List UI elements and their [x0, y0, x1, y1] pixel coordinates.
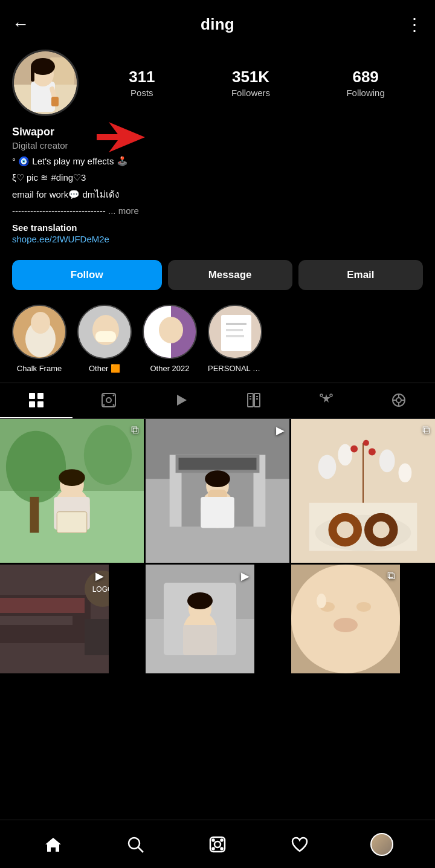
- tab-collab[interactable]: [290, 383, 362, 418]
- search-button[interactable]: [117, 826, 153, 863]
- svg-rect-15: [95, 331, 116, 342]
- reels-button[interactable]: [199, 826, 236, 863]
- svg-point-104: [334, 618, 358, 632]
- grid-item[interactable]: ⧉: [291, 565, 400, 673]
- svg-rect-35: [248, 394, 253, 407]
- grid-indicator: ▶: [276, 424, 285, 437]
- followers-count: 351K: [232, 68, 269, 86]
- bio-line-1: ° 🧿 Let's play my effects 🕹️: [12, 154, 423, 168]
- avatar-wrapper[interactable]: [12, 50, 79, 116]
- svg-text:LOGO: LOGO: [92, 585, 109, 594]
- svg-rect-69: [201, 497, 234, 528]
- svg-point-81: [399, 463, 412, 482]
- profile-section: 311 Posts 351K Followers 689 Following: [0, 44, 435, 116]
- grid-item[interactable]: ▶: [146, 565, 254, 673]
- grid-item[interactable]: LOGO ▶: [0, 565, 109, 673]
- bio-line-4: ------------------------------- ... more: [12, 204, 423, 218]
- svg-rect-8: [51, 97, 59, 106]
- profile-link[interactable]: shope.ee/2fWUFDeM2e: [12, 234, 423, 244]
- svg-rect-88: [0, 598, 85, 613]
- svg-point-79: [338, 444, 352, 466]
- tab-reels-preview[interactable]: [72, 383, 145, 418]
- home-button[interactable]: [35, 826, 71, 863]
- svg-point-78: [318, 455, 337, 479]
- posts-stat[interactable]: 311 Posts: [129, 68, 155, 98]
- tab-reels[interactable]: [145, 383, 218, 418]
- more-link[interactable]: ... more: [108, 206, 139, 216]
- svg-rect-65: [179, 458, 257, 470]
- svg-point-109: [214, 841, 221, 847]
- svg-rect-92: [85, 619, 109, 655]
- posts-label: Posts: [130, 88, 153, 98]
- svg-rect-58: [57, 512, 87, 533]
- tab-tagged[interactable]: [362, 383, 435, 418]
- bio-line-3: email for work💬 dmไม่เด้ง: [12, 187, 423, 201]
- svg-rect-27: [37, 401, 44, 407]
- see-translation[interactable]: See translation: [12, 222, 423, 233]
- bio-line-2: ξ♡ pic ≋ #ding♡3: [12, 170, 423, 184]
- highlight-item[interactable]: Other 🟧: [77, 305, 132, 373]
- highlight-item[interactable]: PERSONAL C...: [208, 305, 262, 373]
- followers-label: Followers: [231, 88, 270, 98]
- svg-rect-23: [226, 335, 244, 337]
- following-count: 689: [352, 68, 378, 86]
- svg-point-32: [103, 404, 105, 406]
- svg-point-111: [221, 839, 223, 841]
- svg-rect-36: [254, 394, 260, 407]
- highlight-thumb: [209, 306, 261, 358]
- grid-indicator: ⧉: [131, 424, 139, 436]
- svg-marker-9: [97, 122, 145, 152]
- follow-button[interactable]: Follow: [12, 260, 162, 290]
- back-button[interactable]: ←: [12, 15, 29, 34]
- likes-button[interactable]: [282, 826, 318, 863]
- svg-point-18: [159, 317, 183, 343]
- posts-grid: ⧉ ▶: [0, 419, 435, 673]
- highlight-label: Other 🟧: [89, 364, 120, 373]
- avatar-image: [14, 51, 77, 114]
- bio-text: ° 🧿 Let's play my effects 🕹️ ξ♡ pic ≋ #d…: [12, 154, 423, 218]
- grid-item[interactable]: ⧉: [291, 419, 435, 563]
- followers-stat[interactable]: 351K Followers: [231, 68, 270, 98]
- tab-grid[interactable]: [0, 383, 72, 418]
- svg-point-42: [330, 394, 332, 397]
- highlight-thumb: [144, 306, 196, 358]
- grid-indicator: ⧉: [422, 424, 430, 436]
- highlight-item[interactable]: Other 2022: [143, 305, 197, 373]
- tab-guide[interactable]: [218, 383, 290, 418]
- username-header: ding: [201, 15, 234, 34]
- grid-item[interactable]: ▶: [146, 419, 289, 563]
- svg-point-85: [369, 449, 376, 456]
- svg-rect-26: [29, 401, 35, 407]
- highlight-thumb: [79, 306, 130, 358]
- svg-point-103: [356, 602, 371, 612]
- profile-header: 311 Posts 351K Followers 689 Following: [12, 50, 423, 116]
- svg-point-84: [363, 440, 369, 446]
- svg-point-105: [317, 594, 326, 608]
- svg-point-33: [113, 404, 115, 406]
- svg-point-29: [106, 398, 111, 403]
- following-stat[interactable]: 689 Following: [346, 68, 384, 98]
- more-options-button[interactable]: ⋮: [406, 15, 423, 34]
- svg-point-110: [213, 839, 214, 841]
- message-button[interactable]: Message: [168, 260, 292, 290]
- svg-point-98: [187, 592, 213, 609]
- grid-indicator: ⧉: [387, 569, 395, 582]
- bio-divider: -------------------------------: [12, 206, 106, 216]
- highlight-item[interactable]: Chalk Frame: [12, 305, 66, 373]
- stats-row: 311 Posts 351K Followers 689 Following: [91, 68, 423, 98]
- svg-point-52: [84, 425, 132, 485]
- profile-button[interactable]: [364, 826, 400, 863]
- svg-rect-25: [37, 393, 44, 399]
- svg-point-30: [103, 395, 105, 397]
- svg-rect-2: [50, 57, 74, 85]
- avatar[interactable]: [12, 50, 79, 116]
- bottom-nav: [0, 820, 435, 868]
- bio-category: Digital creator: [12, 140, 423, 151]
- svg-line-107: [138, 847, 143, 852]
- svg-rect-21: [226, 323, 246, 325]
- grid-indicator: ▶: [95, 569, 104, 583]
- grid-item[interactable]: ⧉: [0, 419, 144, 563]
- svg-rect-53: [30, 497, 39, 533]
- email-button[interactable]: Email: [298, 260, 423, 290]
- svg-point-31: [113, 395, 115, 397]
